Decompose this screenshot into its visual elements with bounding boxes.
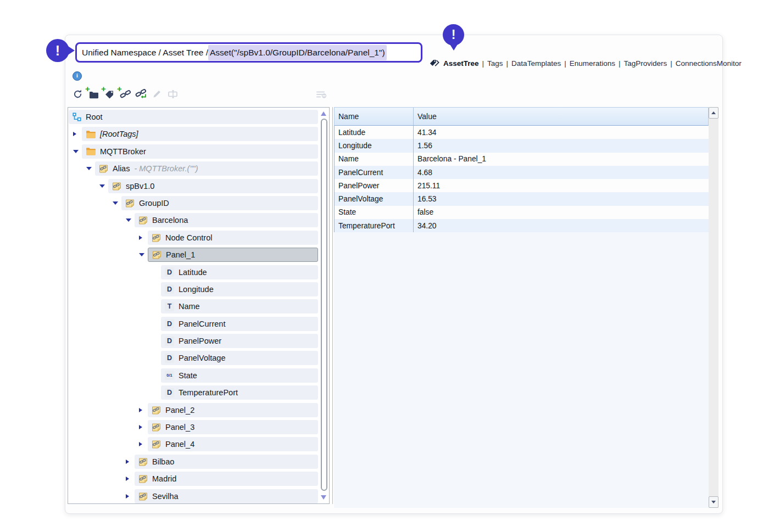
- plus-icon: +: [101, 84, 106, 93]
- info-icon[interactable]: i: [73, 71, 82, 81]
- add-tag-button[interactable]: +: [103, 88, 115, 100]
- tab-enumerations[interactable]: Enumerations: [570, 59, 615, 68]
- collapse-arrow-icon[interactable]: [139, 253, 144, 256]
- table-row[interactable]: Longitude1.56: [335, 139, 709, 152]
- tab-separator: |: [564, 59, 566, 68]
- tree-item-bar[interactable]: spBv1.0: [108, 179, 318, 193]
- expand-arrow-icon[interactable]: [126, 477, 129, 481]
- tree-item-bar[interactable]: DTemperaturePort: [161, 385, 318, 400]
- column-header-name[interactable]: Name: [335, 108, 414, 125]
- breadcrumb[interactable]: Unified Namespace / Asset Tree / Asset("…: [75, 42, 422, 63]
- scroll-up-icon[interactable]: [321, 111, 326, 116]
- tree-item-bar[interactable]: TName: [161, 299, 318, 313]
- tree-toolbar: +++: [71, 88, 179, 100]
- tree-item-bar[interactable]: 0/1State: [161, 368, 318, 383]
- double-icon: D: [165, 284, 174, 294]
- tree-item-bar[interactable]: GroupID: [121, 196, 318, 210]
- scroll-down-icon[interactable]: [321, 495, 326, 500]
- expand-arrow-icon[interactable]: [139, 425, 142, 429]
- tree-item-panelpower: DPanelPower: [68, 334, 329, 348]
- breadcrumb-path[interactable]: Unified Namespace / Asset Tree /: [82, 48, 208, 58]
- tree-item-bar[interactable]: Panel_2: [148, 403, 318, 417]
- boolean-icon: 0/1: [165, 371, 174, 380]
- tree-item-bar[interactable]: MQTTBroker: [82, 144, 318, 159]
- alias-icon: [125, 199, 135, 208]
- panel-splitter[interactable]: [332, 107, 333, 504]
- collapse-arrow-icon[interactable]: [73, 150, 79, 153]
- tab-datatemplates[interactable]: DataTemplates: [511, 59, 561, 68]
- tree-item-bar[interactable]: Madrid: [135, 472, 318, 486]
- scroll-up-button[interactable]: [709, 107, 719, 119]
- tree-item-bar[interactable]: Panel_1: [148, 248, 318, 262]
- expand-arrow-icon[interactable]: [139, 408, 142, 412]
- table-row[interactable]: TemperaturePort34.20: [335, 219, 709, 232]
- expand-arrow-icon[interactable]: [126, 494, 129, 499]
- tree-item-bar[interactable]: DLatitude: [161, 265, 318, 279]
- edit-button: [151, 88, 163, 100]
- alias-icon: [138, 216, 148, 225]
- tree-item-bar[interactable]: [RootTags]: [82, 127, 318, 141]
- tree-item-bar[interactable]: Alias - MQTTBroker.(""): [95, 161, 318, 176]
- tree-item-label: Node Control: [165, 233, 212, 242]
- breadcrumb-asset-highlight[interactable]: Asset("/spBv1.0/GroupID/Barcelona/Panel_…: [208, 45, 387, 60]
- table-row[interactable]: PanelCurrent4.68: [335, 166, 709, 179]
- tree-scrollbar[interactable]: [320, 110, 327, 501]
- tree-item-longitude: DLongitude: [68, 282, 329, 296]
- alias-icon: [138, 492, 148, 501]
- expand-arrow-icon[interactable]: [126, 460, 129, 464]
- filter-button[interactable]: [315, 89, 328, 100]
- tree-item-bar[interactable]: Panel_4: [148, 437, 318, 451]
- tree-item-bar[interactable]: Bilbao: [135, 455, 318, 469]
- table-row[interactable]: PanelPower215.11: [335, 179, 709, 192]
- tree-item-bar[interactable]: DLongitude: [161, 282, 318, 296]
- root-icon: [73, 113, 81, 121]
- tree-item-bar[interactable]: Sevilha: [135, 489, 318, 503]
- tree-item-bar[interactable]: Barcelona: [135, 213, 318, 227]
- tab-connectionsmonitor[interactable]: ConnectionsMonitor: [676, 59, 742, 68]
- paste-link-button[interactable]: [135, 88, 147, 100]
- tree-item-bar[interactable]: DPanelPower: [161, 334, 318, 348]
- tree-item-bar[interactable]: Panel_3: [148, 420, 318, 434]
- expand-arrow-icon[interactable]: [73, 132, 76, 136]
- add-link-button[interactable]: +: [119, 88, 131, 100]
- tree-item-bar[interactable]: Root: [69, 110, 318, 124]
- expand-arrow-icon[interactable]: [139, 442, 142, 446]
- tab-assettree[interactable]: AssetTree: [443, 59, 479, 68]
- tab-tags[interactable]: Tags: [487, 59, 503, 68]
- tree-item-bar[interactable]: DPanelVoltage: [161, 351, 318, 365]
- tree-item-bar[interactable]: DPanelCurrent: [161, 317, 318, 331]
- alias-icon: [152, 406, 161, 415]
- double-icon: D: [165, 337, 174, 346]
- table-row[interactable]: NameBarcelona - Panel_1: [335, 153, 709, 166]
- tree-item-label: Bilbao: [152, 457, 174, 466]
- rename-button: [167, 88, 179, 100]
- add-folder-button[interactable]: +: [87, 88, 99, 100]
- folder-icon: [86, 130, 96, 138]
- tree-item-alias: Alias - MQTTBroker.(""): [68, 161, 329, 176]
- collapse-arrow-icon[interactable]: [86, 167, 92, 170]
- double-icon: D: [165, 388, 174, 397]
- cell-name: Name: [335, 153, 414, 166]
- expand-arrow-icon[interactable]: [139, 236, 142, 240]
- tree-item-bar[interactable]: Node Control: [148, 231, 318, 245]
- tree-item-label: [RootTags]: [100, 130, 138, 138]
- table-row[interactable]: Latitude41.34: [335, 126, 709, 139]
- collapse-arrow-icon[interactable]: [113, 201, 118, 205]
- collapse-arrow-icon[interactable]: [99, 184, 105, 188]
- tree-item-latitude: DLatitude: [68, 265, 329, 279]
- tree-item-label: PanelCurrent: [179, 320, 225, 328]
- table-row[interactable]: PanelVoltage16.53: [335, 192, 709, 205]
- column-header-value[interactable]: Value: [414, 108, 708, 125]
- tree-item-bilbao: Bilbao: [68, 455, 329, 469]
- scroll-down-button[interactable]: [709, 496, 719, 508]
- tree-item-spbv1-0: spBv1.0: [68, 179, 329, 193]
- refresh-button[interactable]: [71, 88, 83, 100]
- tab-tagproviders[interactable]: TagProviders: [623, 59, 667, 68]
- details-table-rows: Latitude41.34Longitude1.56NameBarcelona …: [334, 126, 709, 232]
- exclamation-icon: !: [452, 27, 456, 42]
- details-scrollbar[interactable]: [709, 107, 719, 508]
- tree-item-label: GroupID: [139, 199, 169, 208]
- collapse-arrow-icon[interactable]: [126, 219, 131, 222]
- table-row[interactable]: Statefalse: [335, 206, 709, 219]
- tree-scrollbar-thumb[interactable]: [321, 119, 327, 491]
